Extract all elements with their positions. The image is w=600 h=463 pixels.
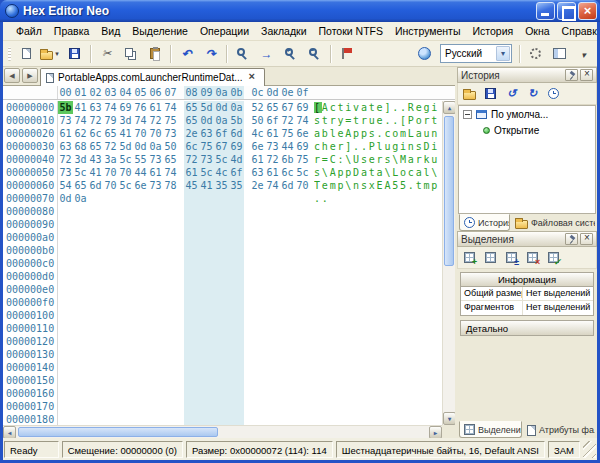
hex-byte-cell[interactable]	[58, 348, 73, 361]
paste-button[interactable]	[143, 43, 166, 65]
hex-byte-cell[interactable]	[265, 348, 280, 361]
hex-byte-cell[interactable]	[73, 218, 88, 231]
hex-byte-cell[interactable]	[163, 361, 178, 374]
hex-byte-cell[interactable]	[280, 387, 295, 400]
hex-byte-cell[interactable]	[214, 231, 229, 244]
hex-byte-cell[interactable]	[280, 322, 295, 335]
ascii-cell[interactable]	[314, 413, 440, 425]
hex-byte-cell[interactable]	[184, 335, 199, 348]
hex-byte-cell[interactable]	[250, 387, 265, 400]
hex-byte-cell[interactable]: 76	[133, 101, 148, 114]
hex-byte-cell[interactable]	[118, 309, 133, 322]
hex-byte-cell[interactable]: 72	[280, 114, 295, 127]
hex-byte-cell[interactable]	[229, 322, 244, 335]
hex-byte-cell[interactable]	[73, 257, 88, 270]
hex-byte-cell[interactable]	[133, 296, 148, 309]
hex-byte-cell[interactable]: 72	[88, 114, 103, 127]
hex-byte-cell[interactable]	[214, 270, 229, 283]
ascii-cell[interactable]: cher]..PluginsDi	[314, 140, 440, 153]
hex-byte-cell[interactable]	[295, 361, 310, 374]
hex-byte-cell[interactable]	[229, 192, 244, 205]
hex-byte-cell[interactable]: 61	[148, 166, 163, 179]
hex-byte-cell[interactable]: 6e	[295, 127, 310, 140]
hex-byte-cell[interactable]: 4c	[250, 127, 265, 140]
hex-byte-cell[interactable]	[103, 296, 118, 309]
hex-byte-cell[interactable]: 65	[163, 153, 178, 166]
hex-byte-cell[interactable]: 75	[163, 114, 178, 127]
panel-tab[interactable]: История	[459, 214, 510, 231]
ascii-cell[interactable]: r=C:\Users\Marku	[314, 153, 440, 166]
hex-byte-cell[interactable]: 0d	[199, 114, 214, 127]
ascii-cell[interactable]	[314, 296, 440, 309]
hex-byte-cell[interactable]	[295, 218, 310, 231]
hex-byte-cell[interactable]: 70	[148, 127, 163, 140]
hex-byte-cell[interactable]	[184, 218, 199, 231]
hex-byte-cell[interactable]: 5c	[73, 166, 88, 179]
pin-icon[interactable]	[565, 69, 578, 81]
hex-byte-cell[interactable]	[265, 244, 280, 257]
hex-byte-cell[interactable]: 41	[88, 166, 103, 179]
hex-byte-cell[interactable]	[199, 283, 214, 296]
hex-byte-cell[interactable]	[199, 322, 214, 335]
pin-icon[interactable]	[565, 233, 578, 245]
hex-byte-cell[interactable]	[250, 205, 265, 218]
hex-byte-cell[interactable]: 74	[295, 114, 310, 127]
hex-byte-cell[interactable]	[73, 361, 88, 374]
hex-byte-cell[interactable]: 2e	[250, 179, 265, 192]
hex-byte-cell[interactable]	[88, 322, 103, 335]
hex-byte-cell[interactable]: 63	[250, 166, 265, 179]
hex-byte-cell[interactable]: 65	[73, 179, 88, 192]
hex-byte-cell[interactable]	[148, 400, 163, 413]
hex-byte-cell[interactable]	[133, 400, 148, 413]
save-selection-button[interactable]	[481, 248, 500, 267]
hex-byte-cell[interactable]	[148, 374, 163, 387]
resize-grip[interactable]	[583, 441, 596, 458]
hex-byte-cell[interactable]	[184, 270, 199, 283]
hex-byte-cell[interactable]	[118, 374, 133, 387]
hex-byte-cell[interactable]	[148, 257, 163, 270]
hex-byte-cell[interactable]	[163, 244, 178, 257]
hex-byte-cell[interactable]	[229, 218, 244, 231]
hex-byte-cell[interactable]	[250, 322, 265, 335]
hex-byte-cell[interactable]: 54	[58, 179, 73, 192]
hex-byte-cell[interactable]	[199, 413, 214, 425]
ascii-cell[interactable]	[314, 244, 440, 257]
invert-selection-button[interactable]	[502, 248, 521, 267]
hex-byte-cell[interactable]	[184, 309, 199, 322]
hex-byte-cell[interactable]	[214, 257, 229, 270]
ascii-cell[interactable]: stry=true..[Port	[314, 114, 440, 127]
hex-byte-cell[interactable]	[295, 387, 310, 400]
hex-byte-cell[interactable]	[199, 257, 214, 270]
hex-byte-cell[interactable]: 73	[199, 153, 214, 166]
hex-byte-cell[interactable]	[265, 270, 280, 283]
hex-byte-cell[interactable]	[118, 283, 133, 296]
hex-byte-cell[interactable]: 65	[184, 101, 199, 114]
language-select[interactable]: Русский	[440, 44, 512, 63]
close-icon[interactable]	[580, 233, 593, 245]
hex-byte-cell[interactable]: 75	[199, 140, 214, 153]
edit-selection-button[interactable]	[544, 248, 563, 267]
hex-byte-cell[interactable]	[58, 231, 73, 244]
hex-byte-cell[interactable]	[199, 400, 214, 413]
hex-byte-cell[interactable]	[103, 283, 118, 296]
hex-byte-cell[interactable]	[118, 413, 133, 425]
hex-byte-cell[interactable]	[214, 296, 229, 309]
hex-byte-cell[interactable]	[103, 218, 118, 231]
hex-byte-cell[interactable]	[184, 374, 199, 387]
hex-byte-cell[interactable]: 6e	[133, 179, 148, 192]
hex-byte-cell[interactable]: 5c	[199, 166, 214, 179]
hex-byte-cell[interactable]	[199, 374, 214, 387]
hex-byte-cell[interactable]	[103, 361, 118, 374]
close-button[interactable]	[578, 2, 597, 20]
language-globe-button[interactable]	[413, 43, 436, 65]
hex-byte-cell[interactable]	[88, 309, 103, 322]
hex-byte-cell[interactable]	[295, 244, 310, 257]
vertical-scroll-thumb[interactable]	[444, 116, 454, 266]
hex-byte-cell[interactable]: 6f	[265, 114, 280, 127]
hex-byte-cell[interactable]: 0a	[148, 140, 163, 153]
hex-byte-cell[interactable]: 74	[103, 101, 118, 114]
hex-byte-cell[interactable]	[103, 400, 118, 413]
hex-byte-cell[interactable]	[250, 296, 265, 309]
hex-byte-cell[interactable]	[214, 244, 229, 257]
hex-byte-cell[interactable]	[58, 283, 73, 296]
